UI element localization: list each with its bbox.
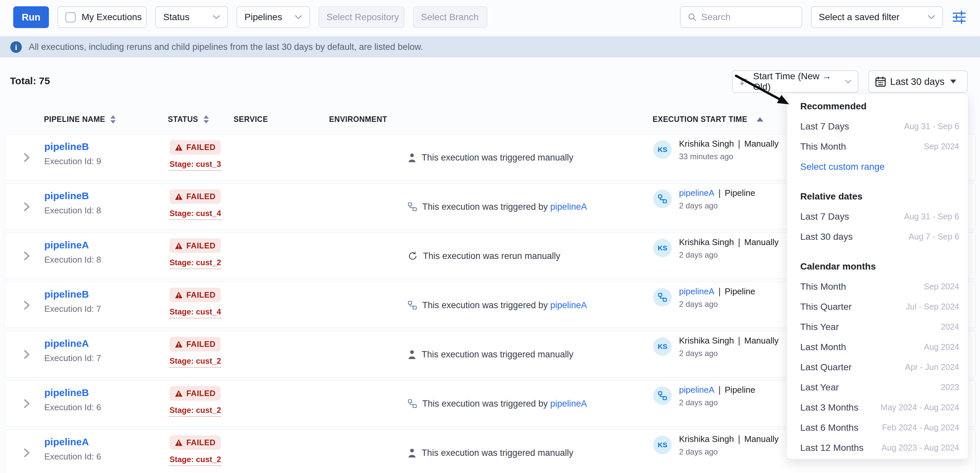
- sort-dropdown[interactable]: Start Time (New → Old): [732, 70, 858, 93]
- date-menu-item-range: Aug 31 - Sep 6: [904, 122, 959, 131]
- failed-stage-link[interactable]: Stage: cust_3: [170, 160, 221, 171]
- sort-updown-icon[interactable]: [110, 115, 116, 124]
- date-menu-item[interactable]: Last 7 Days Aug 31 - Sep 6: [787, 206, 968, 227]
- date-menu-section-header: Calendar months: [787, 256, 968, 276]
- execution-id: Execution Id: 7: [44, 304, 101, 314]
- date-menu-item[interactable]: Last 7 Days Aug 31 - Sep 6: [787, 116, 968, 137]
- expand-chevron-icon[interactable]: [23, 250, 30, 262]
- trigger-mode: Manually: [744, 237, 778, 248]
- warning-triangle-icon: [175, 390, 183, 397]
- avatar: KS: [653, 140, 672, 159]
- pipeline-name-link[interactable]: pipelineA: [44, 240, 101, 251]
- pipeline-name-cell: pipelineB Execution Id: 6: [44, 387, 101, 413]
- trigger-cell: This execution was triggered manually: [408, 331, 573, 378]
- warning-triangle-icon: [175, 242, 183, 249]
- warning-triangle-icon: [175, 144, 183, 151]
- date-menu-item[interactable]: Last 12 Months Aug 2023 - Aug 2024: [787, 438, 968, 458]
- failed-stage-link[interactable]: Stage: cust_2: [170, 406, 221, 417]
- status-filter-dropdown[interactable]: Status: [155, 6, 228, 28]
- trigger-pipeline-link[interactable]: pipelineA: [550, 300, 587, 310]
- avatar: KS: [653, 337, 672, 356]
- date-menu-item[interactable]: This Month Sep 2024: [787, 276, 968, 297]
- sort-label: Start Time (New → Old): [753, 71, 840, 92]
- trigger-pipeline-link[interactable]: pipelineA: [550, 202, 587, 212]
- status-label: FAILED: [186, 389, 215, 398]
- my-executions-toggle[interactable]: My Executions: [57, 6, 147, 28]
- triggered-by-name: Krishika Singh: [679, 434, 734, 444]
- person-icon: [408, 349, 416, 359]
- pipeline-avatar-icon: [658, 391, 667, 400]
- avatar: KS: [653, 239, 672, 257]
- avatar: [653, 190, 672, 208]
- pipelines-filter-dropdown[interactable]: Pipelines: [237, 6, 310, 28]
- date-range-menu: Recommended Last 7 Days Aug 31 - Sep 6 T…: [787, 94, 968, 459]
- trigger-mode: Pipeline: [725, 385, 755, 395]
- select-branch-dropdown[interactable]: Select Branch: [413, 6, 487, 28]
- run-button[interactable]: Run: [13, 6, 49, 28]
- failed-stage-link[interactable]: Stage: cust_4: [170, 307, 221, 318]
- pipeline-name-link[interactable]: pipelineB: [44, 190, 101, 202]
- date-menu-item[interactable]: This Quarter Jul - Sep 2024: [787, 297, 968, 317]
- failed-stage-link[interactable]: Stage: cust_2: [170, 258, 221, 269]
- trigger-cell: This execution was triggered by pipeline…: [408, 282, 587, 329]
- date-menu-item[interactable]: Select custom range: [787, 157, 968, 177]
- search-box[interactable]: [680, 6, 802, 28]
- trigger-pipeline-link[interactable]: pipelineA: [550, 399, 587, 409]
- date-menu-item-range: 2023: [941, 383, 959, 392]
- trigger-mode: Pipeline: [725, 188, 755, 198]
- column-label: SERVICE: [234, 115, 268, 124]
- rerun-icon: [408, 251, 418, 261]
- date-menu-item[interactable]: This Year 2024: [787, 317, 968, 337]
- column-label: STATUS: [168, 115, 198, 124]
- svg-text:i: i: [15, 43, 17, 52]
- select-repository-dropdown[interactable]: Select Repository: [318, 6, 404, 28]
- date-menu-item-range: Jul - Sep 2024: [906, 302, 959, 311]
- date-menu-item-label: This Month: [800, 281, 846, 292]
- column-header-pipeline-name[interactable]: PIPELINE NAME: [44, 115, 116, 124]
- pipelines-filter-label: Pipelines: [245, 12, 282, 22]
- pipeline-name-link[interactable]: pipelineA: [44, 338, 101, 349]
- status-cell: FAILED Stage: cust_2: [170, 238, 221, 269]
- relative-time: 2 days ago: [679, 300, 755, 309]
- expand-chevron-icon[interactable]: [23, 348, 30, 360]
- triggered-by-name: Krishika Singh: [679, 139, 734, 149]
- trigger-text: This execution was triggered by pipeline…: [422, 300, 587, 311]
- expand-chevron-icon[interactable]: [23, 152, 30, 163]
- filter-settings-button[interactable]: [951, 10, 967, 25]
- saved-filter-dropdown[interactable]: Select a saved filter: [811, 6, 943, 28]
- expand-chevron-icon[interactable]: [23, 299, 30, 311]
- sorted-ascending-icon: [757, 117, 763, 122]
- status-cell: FAILED Stage: cust_2: [170, 386, 221, 417]
- pipeline-name-link[interactable]: pipelineA: [44, 436, 101, 448]
- expand-chevron-icon[interactable]: [23, 201, 30, 213]
- date-menu-item[interactable]: Last Quarter Apr - Jun 2024: [787, 357, 968, 377]
- sort-updown-icon[interactable]: [204, 115, 209, 124]
- failed-stage-link[interactable]: Stage: cust_2: [170, 356, 221, 368]
- date-menu-item[interactable]: Last Month Aug 2024: [787, 337, 968, 357]
- date-menu-item[interactable]: This Month Sep 2024: [787, 137, 968, 157]
- triggered-by-name: Krishika Singh: [679, 237, 734, 248]
- my-executions-checkbox[interactable]: [65, 12, 76, 22]
- date-menu-item-label: Last 7 Days: [800, 211, 849, 222]
- status-badge: FAILED: [170, 140, 221, 155]
- date-menu-item[interactable]: Last 6 Months Feb 2024 - Aug 2024: [787, 417, 968, 438]
- info-banner: i All executions, including reruns and c…: [0, 37, 980, 57]
- who-details: Krishika Singh | Manually 2 days ago: [679, 237, 779, 260]
- expand-chevron-icon[interactable]: [23, 447, 30, 459]
- date-menu-item[interactable]: Last 30 days Aug 7 - Sep 6: [787, 227, 968, 247]
- column-header-status[interactable]: STATUS: [168, 115, 209, 124]
- expand-chevron-icon[interactable]: [23, 398, 30, 410]
- search-input[interactable]: [701, 12, 794, 22]
- date-range-button[interactable]: Last 30 days: [868, 70, 968, 93]
- pipeline-name-link[interactable]: pipelineB: [44, 141, 101, 152]
- pipeline-avatar-icon: [658, 194, 667, 203]
- pipeline-name-link[interactable]: pipelineB: [44, 289, 101, 300]
- date-menu-item[interactable]: Last 3 Months May 2024 - Aug 2024: [787, 397, 968, 417]
- trigger-mode: Manually: [744, 434, 778, 444]
- date-menu-item[interactable]: Last Year 2023: [787, 377, 968, 397]
- failed-stage-link[interactable]: Stage: cust_4: [170, 209, 221, 220]
- pipeline-name-link[interactable]: pipelineB: [44, 387, 101, 398]
- column-header-execution-start-time[interactable]: EXECUTION START TIME: [652, 115, 763, 124]
- failed-stage-link[interactable]: Stage: cust_2: [170, 455, 221, 466]
- separator: |: [738, 434, 740, 444]
